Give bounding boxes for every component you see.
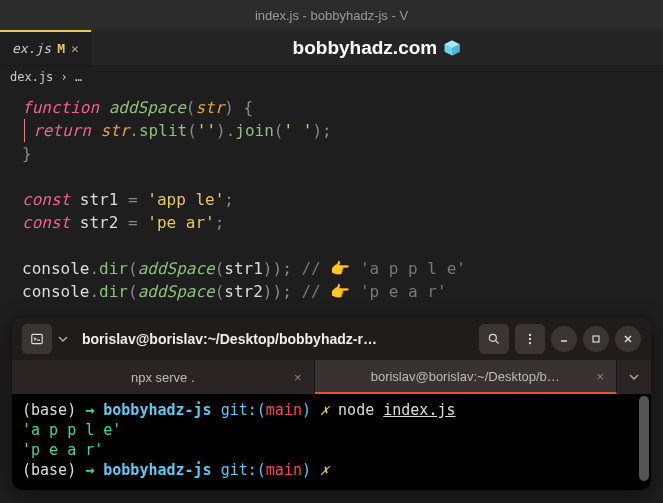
- code-line: }: [22, 142, 641, 165]
- window-title: index.js - bobbyhadz-js - V: [255, 8, 408, 23]
- search-button[interactable]: [479, 324, 509, 354]
- menu-button[interactable]: [515, 324, 545, 354]
- terminal-body[interactable]: (base) → bobbyhadz-js git:(main) ✗ node …: [12, 394, 651, 490]
- svg-point-4: [489, 334, 496, 341]
- code-line: const str2 = 'pe ar';: [22, 211, 641, 234]
- kebab-icon: [523, 332, 537, 346]
- minimize-button[interactable]: [551, 326, 577, 352]
- code-line: const str1 = 'app le';: [22, 188, 641, 211]
- new-tab-button[interactable]: [22, 324, 52, 354]
- close-button[interactable]: [615, 326, 641, 352]
- site-brand: bobbyhadz.com: [91, 37, 663, 59]
- code-line: console.dir(addSpace(str1)); // 👉️ 'a p …: [22, 257, 641, 280]
- breadcrumb-more: …: [75, 70, 82, 84]
- svg-rect-3: [32, 334, 43, 343]
- code-line: [22, 234, 641, 257]
- svg-point-7: [529, 338, 531, 340]
- tab-filename: ex.js: [12, 41, 51, 56]
- code-line: [22, 165, 641, 188]
- terminal-scrollbar[interactable]: [639, 396, 649, 486]
- terminal-tab-label: borislav@borislav:~/Desktop/b…: [371, 369, 560, 384]
- maximize-icon: [591, 334, 601, 344]
- terminal-tab-label: npx serve .: [131, 370, 195, 385]
- terminal-line: (base) → bobbyhadz-js git:(main) ✗: [22, 460, 641, 480]
- terminal-line: 'a p p l e': [22, 420, 641, 440]
- terminal-title: borislav@borislav:~/Desktop/bobbyhadz-r…: [74, 331, 473, 347]
- terminal-tab-1[interactable]: npx serve . ×: [12, 360, 315, 394]
- close-icon[interactable]: ×: [596, 369, 604, 384]
- breadcrumb[interactable]: dex.js › …: [0, 66, 663, 88]
- window-title-bar: index.js - bobbyhadz-js - V: [0, 0, 663, 30]
- svg-point-8: [529, 342, 531, 344]
- scrollbar-thumb[interactable]: [639, 396, 649, 481]
- site-name-text: bobbyhadz.com: [293, 37, 438, 59]
- code-line: console.dir(addSpace(str2)); // 👉️ 'p e …: [22, 280, 641, 303]
- chevron-down-icon: [629, 372, 639, 382]
- close-icon[interactable]: ×: [294, 370, 302, 385]
- terminal-line: (base) → bobbyhadz-js git:(main) ✗ node …: [22, 400, 641, 420]
- close-icon[interactable]: ×: [71, 41, 79, 56]
- maximize-button[interactable]: [583, 326, 609, 352]
- editor-tab[interactable]: ex.js M ×: [0, 30, 91, 65]
- terminal-tab-bar: npx serve . × borislav@borislav:~/Deskto…: [12, 360, 651, 394]
- svg-point-6: [529, 334, 531, 336]
- code-line: function addSpace(str) {: [22, 96, 641, 119]
- editor-tab-bar: ex.js M × bobbyhadz.com: [0, 30, 663, 66]
- tab-modified-indicator: M: [57, 41, 65, 56]
- terminal-window: borislav@borislav:~/Desktop/bobbyhadz-r……: [12, 318, 651, 490]
- cube-icon: [443, 39, 461, 57]
- terminal-header: borislav@borislav:~/Desktop/bobbyhadz-r…: [12, 318, 651, 360]
- code-line: return str.split('').join(' ');: [22, 119, 641, 142]
- terminal-tab-2[interactable]: borislav@borislav:~/Desktop/b… ×: [315, 360, 618, 394]
- svg-line-5: [496, 341, 499, 344]
- terminal-line: 'p e a r': [22, 440, 641, 460]
- terminal-tab-dropdown[interactable]: [617, 360, 651, 394]
- search-icon: [487, 332, 501, 346]
- close-icon: [623, 334, 633, 344]
- svg-rect-10: [593, 336, 599, 342]
- minimize-icon: [559, 334, 569, 344]
- chevron-down-icon[interactable]: [58, 334, 68, 344]
- code-editor[interactable]: function addSpace(str) { return str.spli…: [0, 88, 663, 311]
- breadcrumb-file: dex.js: [10, 70, 53, 84]
- terminal-icon: [30, 332, 44, 346]
- breadcrumb-separator: ›: [61, 70, 68, 84]
